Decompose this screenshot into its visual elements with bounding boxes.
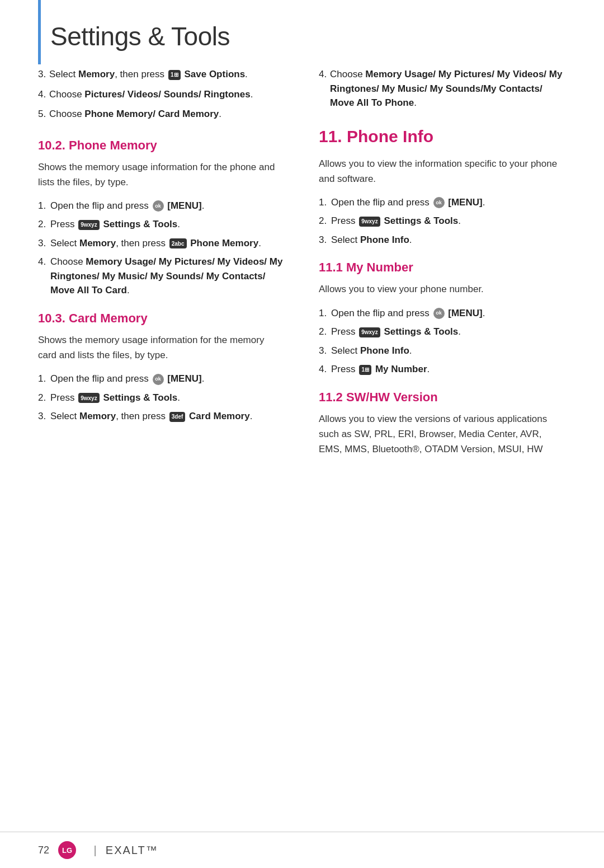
step-item: Choose Memory Usage/ My Pictures/ My Vid… [38, 255, 285, 298]
step-item: Open the flip and press ok [MENU]. [319, 195, 566, 210]
section-desc-11-1: Allows you to view your phone number. [319, 281, 566, 297]
section-desc-10-3: Shows the memory usage information for t… [38, 332, 285, 363]
key-2-icon: 2abc [169, 238, 187, 248]
intro-list-right: Choose Memory Usage/ My Pictures/ My Vid… [319, 67, 566, 110]
step-item: Press 9wxyz Settings & Tools. [319, 214, 566, 228]
footer-logo: LG | EXALT™ [58, 841, 158, 859]
steps-list-10-3: Open the flip and press ok [MENU]. Press… [38, 372, 285, 424]
section-desc-11: Allows you to view the information speci… [319, 156, 566, 186]
step-item: Open the flip and press ok [MENU]. [38, 372, 285, 386]
key-9-icon: 9wxyz [359, 327, 380, 337]
list-item: Choose Memory Usage/ My Pictures/ My Vid… [319, 67, 566, 110]
steps-list-11-1: Open the flip and press ok [MENU]. Press… [319, 306, 566, 377]
page-footer: 72 LG | EXALT™ [0, 832, 604, 868]
list-item: Choose Phone Memory/ Card Memory. [38, 107, 285, 121]
step-item: Press 9wxyz Settings & Tools. [38, 391, 285, 405]
section-heading-11: 11. Phone Info [319, 127, 566, 146]
list-item: Choose Pictures/ Videos/ Sounds/ Rington… [38, 87, 285, 102]
pipe-divider: | [94, 844, 97, 857]
step-item: Select Phone Info. [319, 344, 566, 358]
steps-list-10-2: Open the flip and press ok [MENU]. Press… [38, 199, 285, 298]
key-9-icon: 9wxyz [78, 393, 99, 403]
right-column: Choose Memory Usage/ My Pictures/ My Vid… [319, 67, 566, 832]
section-desc-10-2: Shows the memory usage information for t… [38, 159, 285, 190]
section-10-2: 10.2. Phone Memory Shows the memory usag… [38, 138, 285, 298]
step-item: Press 9wxyz Settings & Tools. [38, 217, 285, 232]
section-heading-11-1: 11.1 My Number [319, 260, 566, 275]
key-9-icon: 9wxyz [359, 217, 380, 227]
section-heading-10-3: 10.3. Card Memory [38, 311, 285, 326]
section-heading-10-2: 10.2. Phone Memory [38, 138, 285, 153]
lg-logo-text: LG [62, 846, 72, 855]
section-11: 11. Phone Info Allows you to view the in… [319, 127, 566, 247]
lg-logo-circle: LG [58, 841, 76, 859]
ok-icon: ok [433, 308, 445, 319]
section-heading-11-2: 11.2 SW/HW Version [319, 390, 566, 405]
step-item: Select Phone Info. [319, 233, 566, 247]
section-11-1: 11.1 My Number Allows you to view your p… [319, 260, 566, 376]
ok-icon: ok [153, 200, 164, 212]
key-1-icon: 1⊞ [359, 365, 371, 375]
page-container: Settings & Tools Select Memory, then pre… [0, 0, 604, 868]
steps-list-11: Open the flip and press ok [MENU]. Press… [319, 195, 566, 247]
content-area: Select Memory, then press 1⊞ Save Option… [0, 67, 604, 832]
step-item: Open the flip and press ok [MENU]. [319, 306, 566, 321]
step-item: Select Memory, then press 3def Card Memo… [38, 409, 285, 424]
section-11-2: 11.2 SW/HW Version Allows you to view th… [319, 390, 566, 457]
section-10-3: 10.3. Card Memory Shows the memory usage… [38, 311, 285, 424]
accent-bar [38, 0, 41, 64]
brand-exalt: EXALT™ [106, 844, 158, 857]
page-title: Settings & Tools [0, 0, 604, 67]
section-desc-11-2: Allows you to view the versions of vario… [319, 411, 566, 457]
step-item: Press 1⊞ My Number. [319, 362, 566, 377]
key-icon: 1⊞ [168, 70, 181, 80]
brand-lg [81, 844, 85, 857]
intro-list: Select Memory, then press 1⊞ Save Option… [38, 67, 285, 121]
page-number: 72 [38, 844, 49, 856]
step-item: Press 9wxyz Settings & Tools. [319, 325, 566, 339]
list-item: Select Memory, then press 1⊞ Save Option… [38, 67, 285, 82]
step-item: Open the flip and press ok [MENU]. [38, 199, 285, 213]
ok-icon: ok [433, 197, 445, 208]
left-column: Select Memory, then press 1⊞ Save Option… [38, 67, 285, 832]
key-9-icon: 9wxyz [78, 220, 99, 230]
ok-icon: ok [153, 374, 164, 385]
key-3-icon: 3def [169, 412, 186, 422]
step-item: Select Memory, then press 2abc Phone Mem… [38, 236, 285, 251]
